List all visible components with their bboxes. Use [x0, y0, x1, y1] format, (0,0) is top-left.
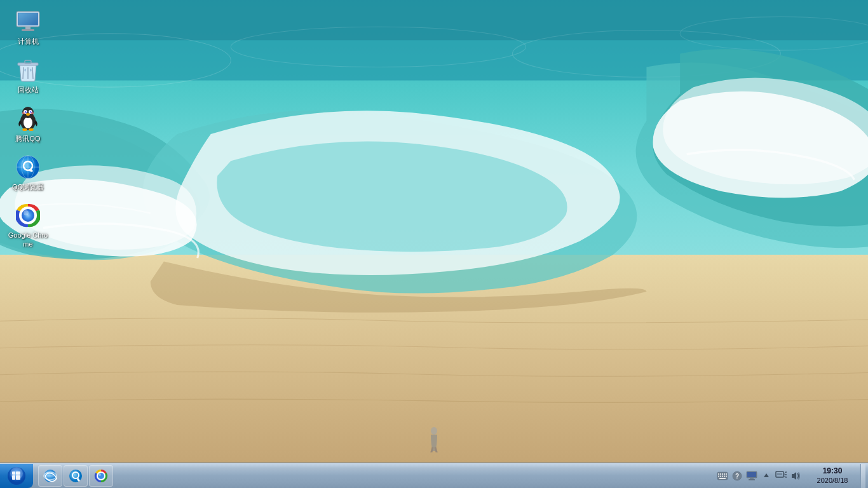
- svg-text:?: ?: [735, 473, 739, 480]
- qq-icon-label: 腾讯QQ: [15, 134, 40, 143]
- clock-area[interactable]: 19:30 2020/8/18: [807, 463, 858, 488]
- svg-rect-74: [749, 479, 755, 480]
- chrome-icon-img: [15, 203, 41, 228]
- chrome-icon-label: Google Chrome: [8, 231, 48, 249]
- recycle-icon-label: 回收站: [18, 85, 39, 94]
- qq-icon[interactable]: 腾讯QQ: [5, 104, 51, 146]
- tray-icons-area: ?: [712, 463, 806, 488]
- svg-rect-5: [0, 0, 868, 40]
- svg-point-55: [98, 473, 104, 479]
- computer-icon-label: 计算机: [18, 37, 39, 46]
- svg-rect-44: [12, 471, 15, 475]
- windows-logo-icon: [6, 466, 27, 486]
- taskbar-chrome-button[interactable]: [89, 465, 113, 487]
- svg-rect-63: [718, 475, 719, 477]
- svg-rect-66: [724, 475, 725, 477]
- svg-rect-72: [747, 472, 756, 477]
- svg-point-26: [31, 111, 32, 111]
- svg-point-19: [24, 117, 32, 128]
- tray-display-icon[interactable]: [745, 470, 758, 482]
- svg-point-38: [29, 169, 32, 172]
- svg-point-41: [24, 210, 29, 215]
- recycle-icon-img: [15, 57, 41, 83]
- svg-rect-62: [726, 473, 727, 475]
- svg-rect-58: [718, 473, 719, 475]
- qqbrowser-icon[interactable]: QQ浏览器: [5, 152, 51, 194]
- svg-rect-68: [719, 478, 726, 479]
- svg-marker-75: [764, 473, 769, 477]
- svg-rect-61: [724, 473, 725, 475]
- tray-expand-icon[interactable]: [760, 470, 773, 482]
- svg-rect-15: [22, 29, 34, 31]
- tray-sound-icon[interactable]: [789, 470, 802, 482]
- svg-point-31: [29, 128, 34, 131]
- svg-point-82: [785, 474, 787, 475]
- qqbrowser-icon-label: QQ浏览器: [12, 182, 44, 191]
- svg-rect-13: [18, 13, 37, 25]
- svg-rect-45: [16, 471, 20, 475]
- svg-point-27: [26, 113, 30, 116]
- svg-rect-59: [720, 473, 721, 475]
- svg-rect-47: [16, 475, 20, 480]
- svg-rect-17: [25, 60, 31, 64]
- svg-rect-65: [722, 475, 723, 477]
- svg-point-40: [22, 209, 34, 222]
- desktop: 计算机: [0, 0, 868, 488]
- taskbar-tray: ?: [710, 463, 868, 488]
- svg-rect-46: [12, 475, 15, 480]
- taskbar-ie-button[interactable]: [38, 465, 62, 487]
- svg-point-28: [22, 112, 25, 114]
- tray-keyboard-icon[interactable]: [716, 470, 729, 482]
- start-button[interactable]: [0, 464, 33, 488]
- tray-help-icon[interactable]: ?: [731, 470, 743, 482]
- tray-network-icon[interactable]: [775, 470, 787, 482]
- background-svg: [0, 0, 868, 488]
- computer-icon[interactable]: 计算机: [5, 6, 51, 48]
- svg-rect-73: [750, 478, 754, 479]
- computer-icon-img: [15, 9, 41, 34]
- svg-point-83: [785, 477, 787, 478]
- svg-rect-64: [720, 475, 721, 477]
- svg-rect-67: [726, 475, 727, 477]
- person-figure: [428, 427, 440, 455]
- recycle-icon[interactable]: 回收站: [5, 55, 51, 97]
- show-desktop-button[interactable]: [860, 464, 865, 488]
- svg-point-23: [25, 111, 27, 112]
- svg-point-81: [785, 471, 787, 473]
- taskbar: ?: [0, 463, 868, 488]
- svg-rect-60: [722, 473, 723, 475]
- qq-icon-img: [15, 106, 41, 132]
- taskbar-pinned-area: [36, 465, 116, 487]
- taskbar-qqbrowser-button[interactable]: [64, 465, 88, 487]
- chrome-icon[interactable]: Google Chrome: [5, 200, 51, 252]
- svg-point-29: [31, 112, 34, 114]
- svg-point-25: [26, 111, 27, 111]
- clock-date: 2020/8/18: [817, 476, 848, 485]
- svg-point-56: [98, 473, 101, 476]
- clock-time: 19:30: [823, 466, 843, 477]
- svg-point-30: [22, 128, 27, 131]
- svg-rect-14: [25, 27, 31, 29]
- svg-point-53: [78, 478, 79, 480]
- svg-point-10: [431, 427, 437, 435]
- desktop-icons: 计算机: [5, 6, 51, 252]
- qqbrowser-icon-img: [15, 154, 41, 180]
